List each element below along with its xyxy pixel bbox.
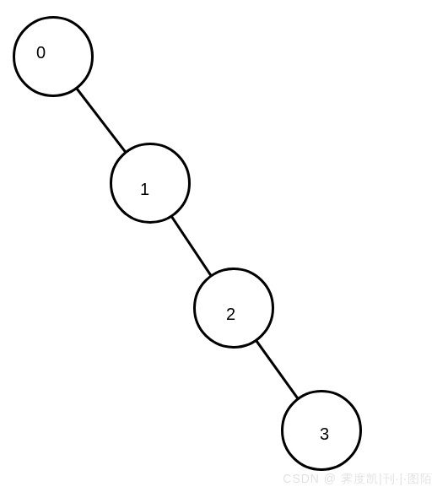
- node-1: [110, 143, 191, 224]
- diagram-canvas: 0 1 2 3 CSDN @ 霁度凯|刊·|·图陌: [0, 0, 448, 492]
- node-0: [13, 16, 94, 97]
- node-label-3: 3: [320, 424, 329, 444]
- node-label-2: 2: [226, 305, 235, 324]
- watermark-text: CSDN @ 霁度凯|刊·|·图陌: [283, 472, 433, 487]
- node-label-0: 0: [36, 43, 46, 62]
- node-label-1: 1: [140, 180, 149, 199]
